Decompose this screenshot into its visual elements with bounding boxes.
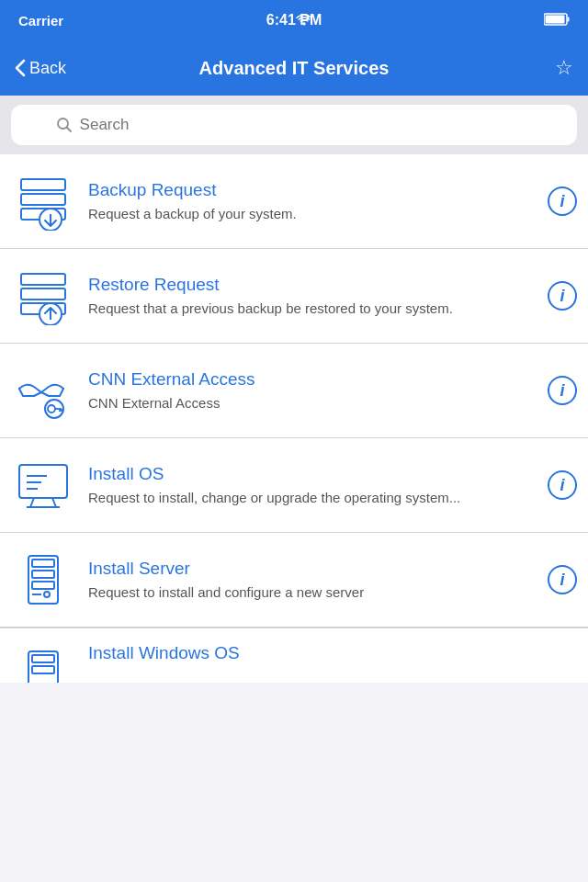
back-button[interactable]: Back [15,59,66,78]
status-bar: Carrier 6:41 PM [0,0,588,40]
cnn-external-access-icon [11,358,75,423]
backup-request-title: Backup Request [88,180,535,200]
install-server-desc: Request to install and configure a new s… [88,582,535,602]
svg-rect-6 [21,179,65,190]
install-windows-os-text: Install Windows OS [88,643,577,667]
list-item[interactable]: Install OS Request to install, change or… [0,438,588,533]
restore-request-info[interactable]: i [548,281,577,311]
install-windows-os-icon [11,643,75,683]
install-os-text: Install OS Request to install, change or… [88,464,535,507]
cnn-external-access-text: CNN External Access CNN External Access [88,369,535,413]
favorite-button[interactable]: ☆ [555,56,573,80]
backup-request-icon [11,169,75,233]
install-server-info[interactable]: i [548,565,577,594]
search-input[interactable] [80,116,533,134]
svg-rect-29 [32,560,54,567]
restore-request-text: Restore Request Request that a previous … [88,275,535,318]
install-os-desc: Request to install, change or upgrade th… [88,488,535,507]
svg-rect-2 [545,15,564,23]
install-windows-os-title: Install Windows OS [88,643,577,663]
backup-request-desc: Request a backup of your system. [88,204,535,223]
list-item[interactable]: Backup Request Request a backup of your … [0,154,588,249]
restore-request-desc: Request that a previous backup be restor… [88,299,535,318]
list-item[interactable]: Restore Request Request that a previous … [0,249,588,344]
svg-rect-21 [19,465,67,498]
svg-rect-12 [21,288,65,300]
list-item[interactable]: Install Server Request to install and co… [0,533,588,628]
restore-request-icon [11,264,75,328]
install-os-title: Install OS [88,464,535,484]
back-label: Back [29,59,66,78]
svg-line-23 [52,498,56,507]
svg-rect-36 [32,666,54,673]
svg-line-5 [66,128,71,132]
backup-request-text: Backup Request Request a backup of your … [88,180,535,223]
install-server-text: Install Server Request to install and co… [88,559,535,602]
cnn-external-access-desc: CNN External Access [88,393,535,413]
time-label: 6:41 PM [266,12,322,28]
restore-request-title: Restore Request [88,275,535,295]
install-server-icon [11,548,75,612]
svg-rect-7 [21,194,65,205]
list-item-partial: Install Windows OS [0,628,588,683]
install-server-title: Install Server [88,559,535,579]
svg-line-22 [30,498,34,507]
svg-rect-30 [32,571,54,578]
svg-rect-11 [21,274,65,285]
list-item[interactable]: CNN External Access CNN External Access … [0,344,588,438]
search-icon [56,117,73,133]
cnn-external-access-title: CNN External Access [88,369,535,390]
service-list: Backup Request Request a backup of your … [0,154,588,683]
install-os-info[interactable]: i [548,470,577,500]
svg-rect-31 [32,582,54,589]
search-container [0,96,588,154]
search-bar [11,105,577,145]
svg-rect-3 [567,17,569,21]
nav-bar: Back Advanced IT Services ☆ [0,40,588,96]
backup-request-info[interactable]: i [548,187,577,216]
page-title: Advanced IT Services [199,58,390,79]
svg-point-32 [44,592,50,597]
cnn-external-access-info[interactable]: i [548,376,577,405]
install-os-icon [11,453,75,517]
carrier-label: Carrier [18,13,63,28]
battery-icon [544,13,570,28]
svg-rect-35 [32,655,54,662]
